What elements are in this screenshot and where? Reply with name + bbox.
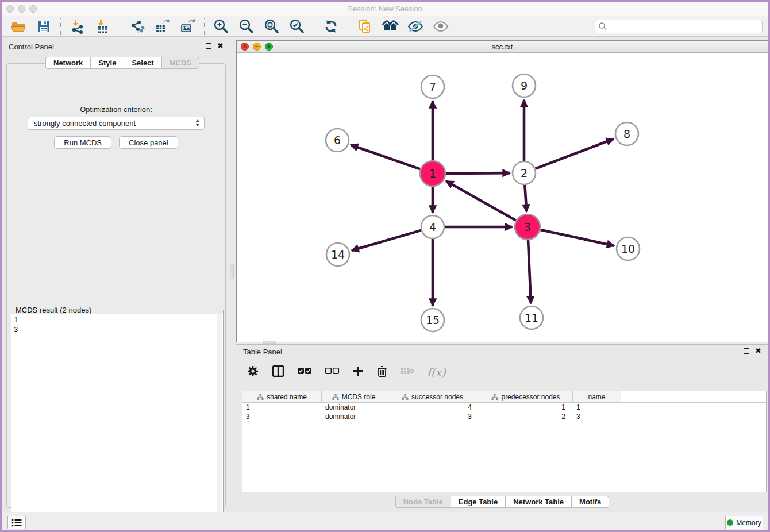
table-body: 1dominator4113dominator323: [242, 403, 766, 421]
open-session-icon[interactable]: [10, 18, 27, 35]
graph-node-label-6: 6: [334, 134, 341, 147]
graph-edge-1-2[interactable]: [446, 173, 510, 174]
tab-select[interactable]: Select: [124, 57, 161, 69]
export-table-icon[interactable]: [153, 18, 171, 35]
graph-node-label-15: 15: [426, 314, 440, 326]
workspace: Control Panel ✖ Network Style Select MCD…: [2, 37, 768, 512]
vertical-splitter[interactable]: [228, 37, 236, 512]
table-cell[interactable]: 1: [242, 403, 322, 411]
tab-network-table[interactable]: Network Table: [505, 496, 571, 508]
table-cell[interactable]: 4: [386, 403, 479, 411]
tab-motifs[interactable]: Motifs: [571, 496, 609, 508]
memory-button[interactable]: Memory: [725, 516, 763, 529]
table-panel-title: Table Panel: [243, 348, 282, 356]
memory-status-icon: [727, 519, 733, 526]
zoom-selected-icon[interactable]: [288, 18, 306, 35]
control-panel-header: Control Panel ✖: [2, 43, 228, 53]
table-cell[interactable]: 2: [479, 413, 573, 421]
column-header-shared-name[interactable]: shared name: [242, 391, 322, 402]
column-header-predecessor-nodes[interactable]: predecessor nodes: [479, 391, 573, 402]
table-toolbar: f(x): [242, 361, 763, 384]
mcds-result-text[interactable]: 1 3: [11, 314, 223, 527]
optimization-criterion-label: Optimization criterion:: [7, 105, 225, 114]
graph-edge-1-6[interactable]: [351, 145, 421, 169]
mcds-result-fieldset: MCDS result (2 nodes) 1 3: [10, 310, 224, 529]
graph-node-label-3: 3: [524, 221, 531, 233]
zoom-fit-icon[interactable]: [263, 18, 280, 35]
graph-edge-3-11[interactable]: [528, 240, 531, 303]
export-image-icon[interactable]: [179, 18, 196, 35]
graph-edge-2-3[interactable]: [525, 185, 526, 211]
horizontal-splitter-grip[interactable]: [263, 341, 276, 344]
table-cell[interactable]: 3: [386, 413, 479, 421]
table-tabs: Node Table Edge Table Network Table Moti…: [236, 496, 768, 508]
network-graph-canvas[interactable]: 7968124314101511: [237, 53, 768, 342]
table-panel: Table Panel ✖: [236, 344, 768, 512]
delete-column-icon[interactable]: [376, 365, 388, 380]
task-history-button[interactable]: [7, 516, 26, 529]
splitter-grip[interactable]: [230, 265, 234, 279]
deselect-checkboxes-icon[interactable]: [325, 367, 340, 377]
table-cell[interactable]: dominator: [322, 413, 386, 421]
table-cell[interactable]: 1: [479, 403, 573, 411]
mcds-result-title: MCDS result (2 nodes): [14, 306, 93, 314]
mcds-result-scrollbar[interactable]: [217, 314, 222, 527]
tab-edge-table[interactable]: Edge Table: [451, 496, 505, 508]
graph-edge-4-14[interactable]: [352, 230, 421, 250]
table-cell[interactable]: dominator: [322, 403, 386, 411]
close-panel-button[interactable]: Close panel: [119, 136, 178, 149]
save-session-icon[interactable]: [35, 18, 52, 35]
close-table-panel-icon[interactable]: ✖: [755, 348, 761, 354]
import-network-icon[interactable]: [69, 18, 86, 35]
run-mcds-button[interactable]: Run MCDS: [54, 136, 111, 149]
app-frame: Session: New Session: [2, 2, 768, 530]
settings-gear-icon[interactable]: [247, 365, 259, 380]
tab-style[interactable]: Style: [90, 57, 124, 69]
table-cell[interactable]: 1: [573, 403, 621, 411]
tab-mcds[interactable]: MCDS: [161, 57, 199, 69]
table-row[interactable]: 3dominator323: [242, 412, 766, 421]
first-neighbors-icon[interactable]: [356, 18, 374, 35]
search-input[interactable]: [595, 20, 763, 33]
add-column-icon[interactable]: [352, 365, 364, 379]
window-title: Session: New Session: [2, 5, 768, 13]
refresh-icon[interactable]: [322, 18, 340, 35]
network-window: ✕ − + scc.txt 7968124314101511: [236, 40, 768, 342]
column-view-icon[interactable]: [272, 365, 284, 380]
optimization-criterion-select[interactable]: strongly connected component: [28, 117, 205, 130]
table-cell[interactable]: 3: [242, 413, 322, 421]
graph-edge-2-8[interactable]: [536, 139, 614, 169]
column-header-name[interactable]: name: [573, 391, 621, 402]
hide-details-icon[interactable]: [407, 18, 424, 35]
float-table-panel-icon[interactable]: [744, 348, 749, 354]
table-cell[interactable]: 3: [573, 413, 621, 421]
column-header-MCDS-role[interactable]: MCDS role: [322, 391, 386, 402]
close-panel-icon[interactable]: ✖: [217, 43, 224, 49]
home-icon[interactable]: [382, 18, 399, 35]
delete-table-icon[interactable]: [401, 367, 414, 378]
column-header-successor-nodes[interactable]: successor nodes: [386, 391, 479, 402]
graph-node-label-7: 7: [429, 80, 436, 93]
function-builder-icon[interactable]: f(x): [427, 366, 446, 379]
tree-sort-icon: [402, 394, 409, 400]
graph-node-label-11: 11: [525, 311, 538, 324]
tree-sort-icon: [332, 394, 339, 400]
import-table-icon[interactable]: [94, 18, 111, 35]
show-details-icon[interactable]: [432, 18, 449, 35]
tab-node-table[interactable]: Node Table: [395, 496, 451, 508]
export-network-icon[interactable]: [128, 18, 145, 35]
network-window-titlebar[interactable]: ✕ − + scc.txt: [237, 41, 768, 53]
tab-network[interactable]: Network: [45, 57, 90, 69]
zoom-in-icon[interactable]: [213, 18, 230, 35]
optimization-criterion-value: strongly connected component: [34, 119, 136, 128]
select-all-checkboxes-icon[interactable]: [297, 367, 312, 377]
graph-edge-3-10[interactable]: [540, 230, 614, 246]
graph-edge-3-1[interactable]: [446, 181, 516, 220]
table-header-row: shared nameMCDS rolesuccessor nodesprede…: [242, 391, 766, 403]
node-table: shared nameMCDS rolesuccessor nodesprede…: [242, 391, 767, 492]
memory-label: Memory: [736, 519, 761, 527]
float-panel-icon[interactable]: [206, 43, 211, 49]
table-row[interactable]: 1dominator411: [242, 403, 766, 412]
control-panel-tabs: Network Style Select MCDS: [45, 57, 199, 69]
zoom-out-icon[interactable]: [238, 18, 255, 35]
